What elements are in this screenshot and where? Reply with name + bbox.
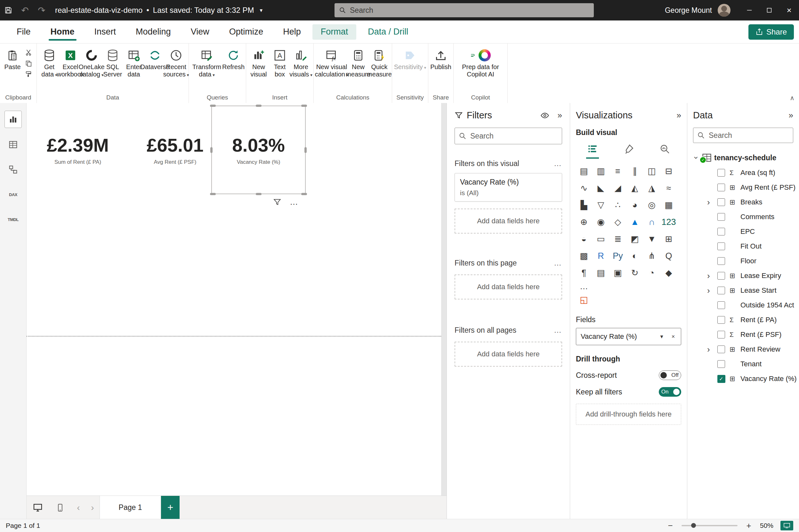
user-name[interactable]: George Mount <box>665 6 712 15</box>
clustered-bar-chart[interactable]: ≡ <box>610 163 626 179</box>
cut-icon[interactable] <box>24 48 33 57</box>
card-123[interactable]: 123 <box>661 214 677 230</box>
format-painter-icon[interactable] <box>24 70 33 79</box>
remove-field-icon[interactable]: × <box>667 333 679 340</box>
model-view-button[interactable] <box>5 161 21 178</box>
maximize-button[interactable] <box>759 0 779 20</box>
menu-home[interactable]: Home <box>42 20 83 43</box>
arcgis-map[interactable]: ∩ <box>644 214 660 230</box>
field-row[interactable]: Outside 1954 Act <box>693 298 793 312</box>
menu-file[interactable]: File <box>8 20 39 43</box>
zoom-out-button[interactable]: − <box>666 521 674 531</box>
scorecard[interactable]: ◆ <box>661 265 677 281</box>
mobile-layout-icon[interactable] <box>49 496 71 519</box>
menu-modeling[interactable]: Modeling <box>127 20 179 43</box>
field-row[interactable]: Comments <box>693 210 793 224</box>
donut-chart[interactable]: ◎ <box>644 197 660 213</box>
field-row[interactable]: › ⊞ Breaks <box>693 195 793 210</box>
field-checkbox[interactable] <box>718 316 725 324</box>
add-fields-page-dropzone[interactable]: Add data fields here <box>454 274 562 300</box>
power-apps[interactable]: ▣ <box>610 265 626 281</box>
add-fields-all-pages-dropzone[interactable]: Add data fields here <box>454 342 562 367</box>
menu-optimize[interactable]: Optimize <box>221 20 272 43</box>
field-row[interactable]: Σ Rent (£ PA) <box>693 312 793 327</box>
filter-card-vacancy-rate[interactable]: Vacancy Rate (%) is (All) <box>454 173 562 202</box>
filled-map[interactable]: ◉ <box>593 214 609 230</box>
field-checkbox[interactable] <box>718 228 725 235</box>
table-node-tenancy-schedule[interactable]: › ✓ tenancy-schedule <box>693 151 793 164</box>
kpi-card-sum-rent[interactable]: £2.39M Sum of Rent (£ PA) <box>33 106 123 194</box>
save-icon[interactable] <box>0 0 17 20</box>
field-checkbox[interactable] <box>718 184 725 191</box>
new-visual-calculation-button[interactable]: fx New visual calculation <box>316 45 348 79</box>
field-checkbox[interactable] <box>718 169 725 176</box>
shape-map[interactable]: ◇ <box>610 214 626 230</box>
pie-chart[interactable]: ◕ <box>627 197 643 213</box>
more-visuals-button[interactable]: More visuals <box>290 45 312 79</box>
keep-all-filters-toggle[interactable]: On <box>659 387 681 397</box>
redo-icon[interactable]: ↷ <box>33 0 50 20</box>
smart-narrative[interactable]: ¶ <box>576 265 592 281</box>
filters-search[interactable] <box>454 128 562 144</box>
previous-page-icon[interactable]: ‹ <box>71 496 86 519</box>
collapse-ribbon-icon[interactable]: ∧ <box>790 94 795 102</box>
section-more-icon[interactable]: … <box>554 159 562 168</box>
line-chart[interactable]: ∿ <box>576 180 592 196</box>
text-box-button[interactable]: A Text box <box>269 45 290 78</box>
chevron-down-icon[interactable]: ▾ <box>656 333 667 340</box>
paginated-report[interactable]: ▤ <box>593 265 609 281</box>
section-more-icon[interactable]: … <box>554 259 562 267</box>
field-checkbox[interactable] <box>718 287 725 294</box>
area-chart[interactable]: ◣ <box>593 180 609 196</box>
dax-query-view-button[interactable]: DAX <box>5 186 21 203</box>
undo-icon[interactable]: ↶ <box>17 0 33 20</box>
quick-measure-button[interactable]: Quick measure <box>369 45 390 78</box>
treemap[interactable]: ▦ <box>661 197 677 213</box>
field-checkbox[interactable] <box>718 301 725 309</box>
expand-field-icon[interactable]: › <box>707 197 710 207</box>
field-row[interactable]: › ⊞ Lease Expiry <box>693 268 793 283</box>
100-stacked-bar-chart[interactable]: ◫ <box>644 163 660 179</box>
multi-row-card[interactable]: ≣ <box>610 231 626 247</box>
menu-help[interactable]: Help <box>275 20 309 43</box>
field-row[interactable]: ⊞ Avg Rent (£ PSF) <box>693 180 793 195</box>
slicer[interactable]: ▼ <box>644 231 660 247</box>
field-checkbox[interactable] <box>718 257 725 265</box>
azure-map[interactable]: ▲ <box>627 214 643 230</box>
global-search[interactable] <box>335 3 594 17</box>
new-visual-button[interactable]: New visual <box>248 45 269 78</box>
collapse-data-pane-icon[interactable]: » <box>789 110 793 120</box>
visual-filter-icon[interactable] <box>273 198 281 206</box>
field-checkbox[interactable] <box>718 272 725 280</box>
power-automate[interactable]: ↻ <box>627 265 643 281</box>
field-checkbox[interactable] <box>718 198 725 206</box>
field-checkbox[interactable] <box>718 360 725 368</box>
card[interactable]: ▭ <box>593 231 609 247</box>
data-search-input[interactable] <box>708 131 799 140</box>
matrix[interactable]: ▩ <box>576 248 592 264</box>
build-visual-tab[interactable] <box>582 139 603 159</box>
onelake-catalog-button[interactable]: OneLake catalog <box>81 45 102 79</box>
field-row[interactable]: Σ Area (sq ft) <box>693 165 793 180</box>
report-view-button[interactable] <box>4 111 22 128</box>
table-view-button[interactable] <box>5 136 21 153</box>
field-well-vacancy-rate[interactable]: Vacancy Rate (%) ▾ × <box>576 328 681 345</box>
table[interactable]: ⊞ <box>661 231 677 247</box>
stacked-column-chart[interactable]: ▥ <box>593 163 609 179</box>
copy-icon[interactable] <box>24 59 33 68</box>
stacked-area-chart[interactable]: ◢ <box>610 180 626 196</box>
new-measure-button[interactable]: New measure <box>348 45 369 78</box>
next-page-icon[interactable]: › <box>86 496 99 519</box>
page-tab-page1[interactable]: Page 1 <box>99 496 161 519</box>
map[interactable]: ⊕ <box>576 214 592 230</box>
share-button[interactable]: Share <box>748 24 794 40</box>
menu-format[interactable]: Format <box>312 24 357 40</box>
copilot-prep-button[interactable]: Prep data for Copilot AI <box>456 45 505 78</box>
tmdl-view-button[interactable]: TMDL <box>5 211 21 228</box>
dataverse-button[interactable]: Dataverse <box>144 45 166 71</box>
sql-server-button[interactable]: SQL Server <box>102 45 123 78</box>
zoom-slider[interactable] <box>682 525 738 526</box>
python-visual[interactable]: Py <box>610 248 626 264</box>
field-row[interactable]: › ⊞ Lease Start <box>693 283 793 298</box>
more-visual-options-icon[interactable]: … <box>576 281 592 292</box>
